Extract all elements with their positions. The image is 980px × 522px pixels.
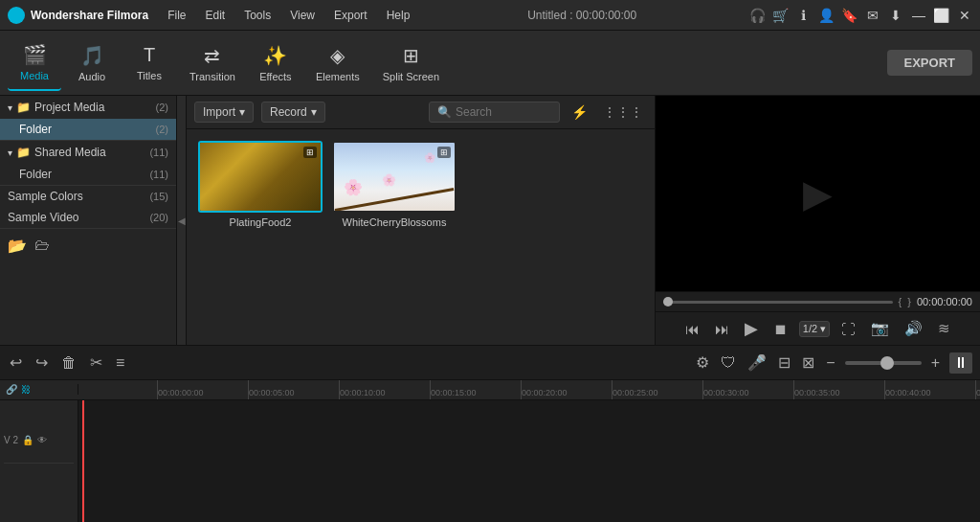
import-dropdown[interactable]: Import ▾ [194,102,254,123]
content-panel: Import ▾ Record ▾ 🔍 ⚡ ⋮⋮⋮ [187,96,655,345]
shared-media-count: (11) [149,147,168,158]
ruler-time-0: 00:00:00:00 [158,388,204,397]
track-v2-label: V 2 🔒 👁 [4,420,74,459]
project-media-title: Project Media [34,101,104,114]
project-media-folder[interactable]: Folder (2) [0,119,176,140]
fullscreen-icon[interactable]: ⛶ [837,319,859,339]
import-chevron-icon: ▾ [239,105,245,119]
toolbar-split-screen[interactable]: ⊞ Split Screen [373,35,449,91]
record-dropdown[interactable]: Record ▾ [261,102,325,123]
transition-label: Transition [189,71,235,82]
toolbar-media[interactable]: 🎬 Media [8,35,61,91]
redo-button[interactable]: ↪ [33,352,50,374]
media-icon: 🎬 [23,43,47,66]
folder-icon2: 📁 [16,146,31,159]
menu-file[interactable]: File [164,7,189,24]
time-display: 00:00:00:00 [917,296,972,307]
media-label-cherry: WhiteCherryBlossoms [343,216,447,228]
toolbar-effects[interactable]: ✨ Effects [249,35,302,91]
ruler-mark-8: 00:00:40:00 [884,380,975,399]
delete-button[interactable]: 🗑 [59,352,78,374]
timeline-ruler: 🔗 ⛓ 00:00:00:00 00:00:05:00 00:00:10:00 … [0,380,980,400]
toolbar: 🎬 Media 🎵 Audio T Titles ⇄ Transition ✨ … [0,31,980,96]
menu-bar: File Edit Tools View Export Help [164,7,413,24]
sample-colors-item[interactable]: Sample Colors (15) [0,186,176,207]
track-labels: V 2 🔒 👁 [0,400,78,522]
headset-icon[interactable]: 🎧 [750,8,766,23]
split-icon[interactable]: ⊠ [800,352,816,374]
ruler-mark-3: 00:00:15:00 [430,380,521,399]
media-grid: ⊞ PlatingFood2 🌸 🌸 🌸 ⊞ WhiteCherryBlosso… [187,129,655,239]
timeline-toolbar: ↩ ↪ 🗑 ✂ ≡ ⚙ 🛡 🎤 ⊟ ⊠ − + ⏸ [0,346,980,380]
menu-help[interactable]: Help [383,7,414,24]
audio-icon: 🎵 [80,44,104,67]
prev-frame-button[interactable]: ⏭ [711,319,733,339]
ruler-mark-6: 00:00:30:00 [702,380,793,399]
menu-view[interactable]: View [286,7,319,24]
volume-icon[interactable]: 🔊 [901,318,926,339]
bracket-left: { [899,296,902,307]
play-button[interactable]: ▶ [741,316,762,341]
shared-media-header[interactable]: ▾ 📁 Shared Media (11) [0,141,176,164]
link-icon[interactable]: ⛓ [21,384,31,395]
download-icon[interactable]: ⬇ [888,8,903,23]
quality-select[interactable]: 1/2 ▾ [799,321,830,337]
add-folder-icon[interactable]: 📂 [8,237,27,255]
zoom-out-icon[interactable]: − [824,352,836,374]
info-icon[interactable]: ℹ [796,8,812,23]
step-back-button[interactable]: ⏮ [681,319,703,339]
stop-button[interactable]: ⏹ [769,319,791,339]
chevron-down-icon: ▾ [8,102,12,113]
timeline-settings-icon[interactable]: ⚙ [694,352,711,374]
track-lock-icon[interactable]: 🔒 [22,435,33,445]
progress-slider[interactable] [663,301,893,304]
mail-icon[interactable]: ✉ [865,8,880,23]
menu-export[interactable]: Export [330,7,371,24]
project-media-header[interactable]: ▾ 📁 Project Media (2) [0,96,176,119]
media-thumb-cherry: 🌸 🌸 🌸 ⊞ [332,141,457,213]
snap-icon[interactable]: 🔗 [6,384,17,395]
zoom-slider[interactable] [845,361,922,365]
cart-icon[interactable]: 🛒 [773,8,789,23]
close-button[interactable]: ✕ [957,8,972,23]
shield-icon[interactable]: 🛡 [719,352,738,374]
preview-panel: ▶ { } 00:00:00:00 ⏮ ⏭ ▶ ⏹ 1/2 ▾ ⛶ 📷 🔊 ≋ [655,96,980,345]
progress-thumb [663,297,673,306]
pause-timeline-button[interactable]: ⏸ [949,352,972,374]
mic-icon[interactable]: 🎤 [746,352,768,374]
bracket-right: } [907,296,911,307]
toolbar-elements[interactable]: ◈ Elements [306,35,369,91]
menu-tools[interactable]: Tools [240,7,275,24]
menu-edit[interactable]: Edit [201,7,229,24]
ripple-icon[interactable]: ⊟ [776,352,792,374]
search-input[interactable] [456,105,551,119]
toolbar-transition[interactable]: ⇄ Transition [180,35,245,91]
zoom-in-icon[interactable]: + [929,352,942,374]
media-item-plating-food[interactable]: ⊞ PlatingFood2 [198,141,323,228]
sample-video-label: Sample Video [8,211,79,224]
sample-video-item[interactable]: Sample Video (20) [0,207,176,228]
more-options-icon[interactable]: ≋ [934,318,954,339]
filter-icon[interactable]: ⚡ [568,102,591,122]
new-folder-icon[interactable]: 🗁 [34,237,50,255]
media-item-cherry-blossoms[interactable]: 🌸 🌸 🌸 ⊞ WhiteCherryBlossoms [332,141,457,228]
toolbar-audio[interactable]: 🎵 Audio [65,35,119,91]
titles-icon: T [144,44,155,66]
maximize-button[interactable]: ⬜ [934,8,949,23]
app-logo [8,7,25,24]
grid-view-icon[interactable]: ⋮⋮⋮ [599,102,647,122]
undo-button[interactable]: ↩ [8,352,24,374]
shared-media-folder[interactable]: Folder (11) [0,164,176,185]
toolbar-titles[interactable]: T Titles [122,35,176,91]
minimize-button[interactable]: — [911,8,926,23]
person-icon[interactable]: 👤 [819,8,835,23]
snapshot-icon[interactable]: 📷 [867,318,893,339]
panel-collapse-handle[interactable]: ◀ [177,96,187,345]
track-eye-icon[interactable]: 👁 [37,435,47,445]
bookmark-icon[interactable]: 🔖 [842,8,858,23]
scissors-button[interactable]: ✂ [88,352,104,374]
export-button[interactable]: EXPORT [887,50,972,76]
playhead[interactable] [82,400,84,522]
ruler-time-3: 00:00:15:00 [431,388,477,397]
audio-mix-button[interactable]: ≡ [114,352,126,374]
